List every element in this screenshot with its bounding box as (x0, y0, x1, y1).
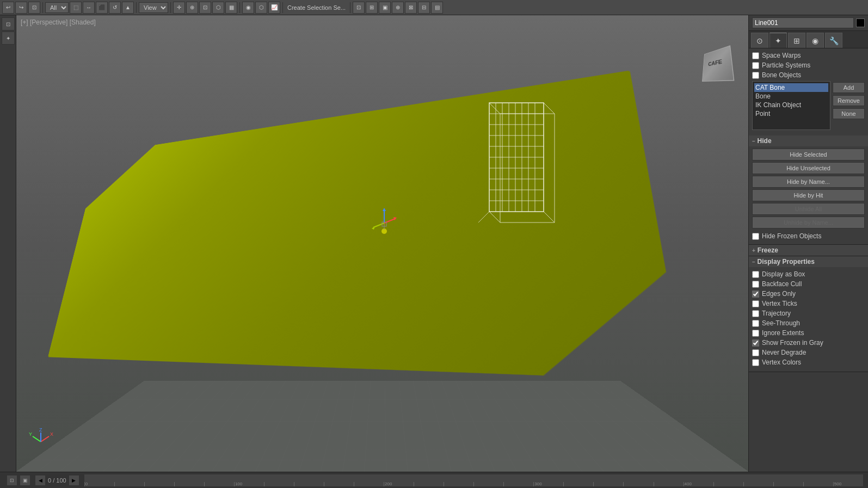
toolbar-extra-2[interactable]: ⊞ (366, 2, 378, 14)
curve-editor[interactable]: 📈 (268, 2, 280, 14)
hide-section: – Hide Hide Selected Hide Unselected Hid… (749, 135, 868, 245)
backface-cull-checkbox[interactable] (752, 281, 759, 288)
mirror-tool[interactable]: ⬡ (212, 2, 224, 14)
object-color-swatch[interactable] (856, 18, 865, 27)
viewport-label-text: [+] [Perspective] [Shaded] (21, 18, 96, 26)
dp-vertex-ticks: Vertex Ticks (752, 300, 865, 307)
remove-button[interactable]: Remove (833, 95, 865, 106)
tm-16 (654, 482, 684, 486)
toolbar-extra-1[interactable]: ⊡ (353, 2, 365, 14)
ignore-extents-checkbox[interactable] (752, 330, 759, 337)
trajectory-checkbox[interactable] (752, 310, 759, 317)
bone-item-ik[interactable]: IK Chain Object (754, 101, 828, 109)
toolbar-extra-3[interactable]: ▣ (379, 2, 391, 14)
transform-gizmo[interactable] (368, 207, 401, 239)
status-icon-1[interactable]: ⊡ (7, 475, 17, 486)
svg-line-37 (33, 436, 41, 442)
unhide-all-button[interactable]: Unhide All (752, 203, 865, 215)
left-icon-2[interactable]: ✦ (2, 32, 15, 45)
vertex-colors-checkbox[interactable] (752, 359, 759, 366)
wireframe-object (478, 97, 565, 233)
toolbar-extra-7[interactable]: ▤ (431, 2, 443, 14)
toolbar-icon-1[interactable]: ↩ (2, 2, 14, 14)
dp-see-through: See-Through (752, 319, 865, 327)
next-frame-button[interactable]: ▶ (69, 475, 79, 486)
display-as-box-checkbox[interactable] (752, 271, 759, 278)
tab-display[interactable]: ⊙ (751, 33, 768, 48)
svg-line-30 (373, 223, 384, 227)
tab-hierarchy[interactable]: ⊞ (788, 33, 805, 48)
space-warps-label: Space Warps (762, 52, 801, 59)
particle-systems-checkbox[interactable] (752, 62, 759, 69)
snap-tool[interactable]: ✛ (173, 2, 185, 14)
left-icon-1[interactable]: ⊡ (2, 17, 15, 30)
none-button[interactable]: None (833, 108, 865, 119)
hide-unselected-button[interactable]: Hide Unselected (752, 162, 865, 174)
tm-10 (444, 482, 473, 486)
bone-item-bone[interactable]: Bone (754, 92, 828, 101)
never-degrade-label: Never Degrade (762, 349, 806, 356)
bone-listbox[interactable]: CAT Bone Bone IK Chain Object Point (752, 81, 830, 130)
move-tool[interactable]: ↔ (83, 2, 95, 14)
hide-section-header[interactable]: – Hide (749, 135, 868, 146)
space-warps-checkbox[interactable] (752, 52, 759, 59)
bone-item-cat[interactable]: CAT Bone (754, 83, 828, 92)
toolbar-extra-6[interactable]: ⊟ (418, 2, 430, 14)
status-icon-2[interactable]: ▣ (20, 475, 30, 486)
tm-9 (414, 482, 444, 486)
hide-selected-button[interactable]: Hide Selected (752, 149, 865, 160)
toolbar-extra-4[interactable]: ⊕ (392, 2, 404, 14)
tab-display-props[interactable]: 🔧 (825, 33, 842, 48)
prev-frame-button[interactable]: ◀ (35, 475, 46, 486)
material-editor[interactable]: ⬡ (255, 2, 267, 14)
status-icons: ⊡ ▣ (7, 475, 30, 486)
align-tool[interactable]: ⊡ (199, 2, 211, 14)
timeline[interactable]: 0 100 200 300 400 500 (84, 474, 864, 487)
dp-display-as-box: Display as Box (752, 270, 865, 278)
toolbar-icon-2[interactable]: ↪ (15, 2, 27, 14)
hide-section-body: Hide Selected Hide Unselected Hide by Na… (749, 146, 868, 244)
never-degrade-checkbox[interactable] (752, 349, 759, 356)
select-region[interactable]: ⬛ (96, 2, 108, 14)
viewport[interactable]: [+] [Perspective] [Shaded] (16, 15, 748, 472)
edges-only-checkbox[interactable] (752, 291, 759, 298)
bone-objects-checkbox[interactable] (752, 72, 759, 79)
tab-motion[interactable]: ◉ (807, 33, 824, 48)
panel-tabs: ⊙ ✦ ⊞ ◉ 🔧 (749, 31, 868, 48)
main-toolbar: ↩ ↪ ⊡ All ⬚ ↔ ⬛ ↺ ▲ View ✛ ⊕ ⊡ ⬡ ▦ ◉ ⬡ 📈… (0, 0, 868, 15)
pivot-tool[interactable]: ⊕ (186, 2, 198, 14)
hide-frozen-row: Hide Frozen Objects (752, 232, 865, 240)
hide-by-name-button[interactable]: Hide by Name... (752, 176, 865, 188)
hide-frozen-checkbox[interactable] (752, 233, 759, 240)
show-frozen-checkbox[interactable] (752, 339, 759, 347)
mode-dropdown[interactable]: All (45, 2, 69, 13)
tab-modify[interactable]: ✦ (769, 33, 787, 48)
display-props-header[interactable]: – Display Properties (749, 256, 868, 267)
freeze-section-header[interactable]: + Freeze (749, 245, 868, 256)
rotate-tool[interactable]: ↺ (109, 2, 121, 14)
array-tool[interactable]: ▦ (225, 2, 237, 14)
nav-cube[interactable]: CAFE (694, 42, 737, 86)
tm-20 (803, 482, 833, 486)
hide-by-hit-button[interactable]: Hide by Hit (752, 189, 865, 201)
see-through-checkbox[interactable] (752, 320, 759, 327)
bone-controls: CAT Bone Bone IK Chain Object Point Add … (752, 81, 865, 132)
select-tool[interactable]: ⬚ (70, 2, 82, 14)
tm-6 (294, 482, 324, 486)
scale-tool[interactable]: ▲ (122, 2, 134, 14)
unhide-by-name-button[interactable]: Unhide by Name... (752, 217, 865, 228)
tm-13 (563, 482, 593, 486)
freeze-section-title: Freeze (758, 246, 778, 254)
add-button[interactable]: Add (833, 82, 865, 93)
edges-only-label: Edges Only (762, 290, 796, 298)
see-through-label: See-Through (762, 319, 800, 327)
bone-item-point[interactable]: Point (754, 109, 828, 118)
object-name-input[interactable] (752, 17, 854, 28)
render-tool[interactable]: ◉ (242, 2, 254, 14)
toolbar-icon-3[interactable]: ⊡ (28, 2, 40, 14)
svg-line-21 (489, 212, 500, 223)
trajectory-label: Trajectory (762, 310, 791, 317)
vertex-ticks-checkbox[interactable] (752, 300, 759, 307)
toolbar-extra-5[interactable]: ⊠ (405, 2, 417, 14)
view-dropdown[interactable]: View (139, 2, 168, 13)
